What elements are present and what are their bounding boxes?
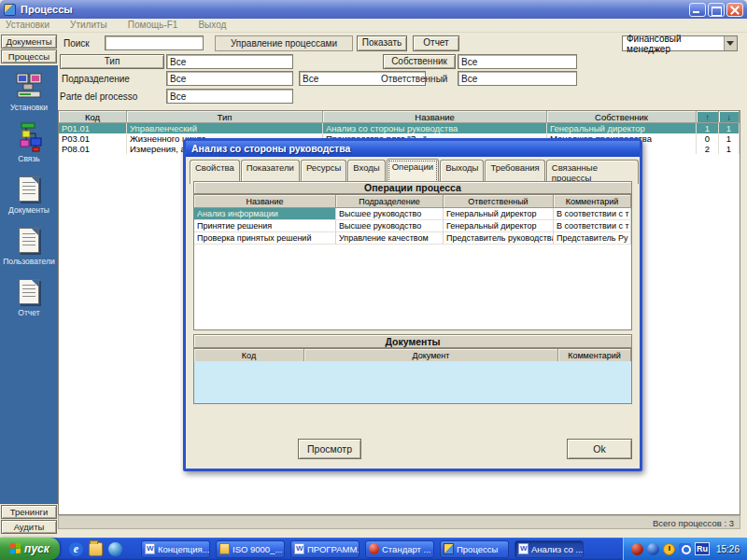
maximize-icon[interactable] — [708, 3, 725, 17]
responsible-input[interactable] — [458, 71, 577, 86]
sidebar-button-audits[interactable]: Аудиты — [1, 520, 57, 534]
ops-header-name[interactable]: Название — [194, 195, 336, 208]
messenger-icon[interactable] — [108, 542, 122, 556]
language-indicator[interactable]: Ru — [695, 542, 710, 555]
ops-header-department[interactable]: Подразделение — [336, 195, 444, 208]
operations-row[interactable]: Проверка принятых решений Управление кач… — [194, 232, 631, 245]
menu-help[interactable]: Помощь-F1 — [128, 20, 178, 31]
cell-type: Управленческий — [127, 123, 323, 133]
menu-ustanovki[interactable]: Установки — [6, 20, 49, 31]
window-title: Процессы — [21, 4, 687, 15]
sidebar-button-trainings[interactable]: Тренинги — [1, 505, 57, 519]
ops-cell-department: Высшее руководство — [336, 220, 444, 232]
start-button[interactable]: пуск — [0, 538, 60, 560]
taskbar-task-analiz[interactable]: Анализ со ... — [514, 540, 584, 558]
ops-cell-responsible: Представитель руководства — [444, 232, 554, 245]
sort-down-icon[interactable]: ↓ — [719, 111, 740, 123]
search-input[interactable] — [105, 35, 204, 50]
responsible-label: Ответственный — [381, 74, 447, 84]
tray-network-icon[interactable] — [647, 543, 659, 555]
type-filter-input[interactable] — [166, 54, 293, 69]
docs-header-code[interactable]: Код — [194, 349, 304, 362]
process-dialog: Анализ со стороны руководства Свойства П… — [183, 138, 642, 471]
process-table-header: Код Тип Название Собственник ↑ ↓ — [59, 111, 740, 123]
operations-row[interactable]: Принятие решения Высшее руководство Гене… — [194, 220, 631, 232]
report-button[interactable]: Отчет — [413, 35, 459, 51]
ops-cell-comment: В соответствии с т — [554, 208, 631, 220]
sort-up-icon[interactable]: ↑ — [697, 111, 719, 123]
close-icon[interactable] — [726, 3, 743, 17]
role-dropdown[interactable]: Финансовый менеджер — [622, 35, 738, 51]
sidebar-panel: Установки Связь Документы Пользователи — [0, 65, 58, 504]
ops-cell-name: Проверка принятых решений — [194, 232, 336, 245]
owner-filter-input[interactable] — [458, 54, 577, 69]
ops-cell-department: Высшее руководство — [336, 208, 444, 220]
sidebar-button-documents[interactable]: Документы — [1, 35, 57, 49]
app-window-icon — [4, 4, 16, 16]
internet-explorer-icon[interactable]: e — [69, 542, 83, 556]
sidebar-item-label: Пользователи — [3, 257, 54, 266]
ok-button[interactable]: Ok — [567, 439, 632, 459]
search-label: Поиск — [63, 38, 90, 49]
header-type[interactable]: Тип — [127, 111, 323, 123]
screen: Процессы Установки Утилиты Помощь-F1 Вых… — [0, 0, 747, 560]
chevron-down-icon[interactable] — [724, 36, 737, 50]
operations-table: Название Подразделение Ответственный Ком… — [193, 194, 632, 330]
ops-header-comment[interactable]: Комментарий — [554, 195, 631, 208]
operations-row[interactable]: Анализ информации Высшее руководство Ген… — [194, 208, 631, 220]
cell-down: 1 — [719, 133, 740, 144]
owner-filter-button[interactable]: Собственник — [383, 54, 456, 69]
tray-accessibility-icon[interactable] — [679, 543, 691, 555]
processes-app-icon — [444, 543, 454, 554]
parte-del-processo-input[interactable] — [166, 89, 293, 104]
department-label: Подразделение — [62, 74, 130, 84]
task-label: Концепция... — [158, 544, 210, 554]
documents-section-header: Документы — [193, 334, 632, 348]
docs-header-comment[interactable]: Комментарий — [558, 349, 631, 362]
tray-antivirus-icon[interactable] — [631, 543, 643, 555]
type-filter-button[interactable]: Тип — [60, 54, 164, 69]
header-owner[interactable]: Собственник — [547, 111, 697, 123]
ops-cell-responsible: Генеральный директор — [444, 220, 554, 232]
parte-del-processo-label: Parte del processo — [60, 91, 137, 102]
sidebar-item-report[interactable]: Отчет — [13, 276, 45, 317]
table-row[interactable]: P01.01 Управленческий Анализ со стороны … — [59, 123, 740, 133]
taskbar-task-iso9000[interactable]: ISO 9000_... — [216, 540, 285, 558]
documents-table: Код Документ Комментарий — [193, 348, 632, 361]
folder-icon[interactable] — [89, 542, 103, 556]
show-button[interactable]: Показать — [357, 35, 407, 51]
cell-owner: Генеральный директор — [547, 123, 697, 133]
document-icon — [13, 276, 45, 306]
task-label: Стандарт ... — [382, 544, 430, 554]
ops-header-responsible[interactable]: Ответственный — [444, 195, 554, 208]
header-code[interactable]: Код — [59, 111, 127, 123]
sidebar-item-documents[interactable]: Документы — [8, 174, 49, 215]
menubar: Установки Утилиты Помощь-F1 Выход — [0, 19, 747, 33]
word-doc-icon — [294, 543, 304, 554]
menu-utility[interactable]: Утилиты — [70, 20, 107, 31]
task-label: ПРОГРАММ... — [307, 544, 359, 554]
taskbar-task-programm[interactable]: ПРОГРАММ... — [290, 540, 359, 558]
minimize-icon[interactable] — [689, 3, 706, 17]
taskbar-task-processy[interactable]: Процессы — [440, 540, 509, 558]
window-titlebar: Процессы — [0, 0, 747, 19]
docs-header-document[interactable]: Документ — [304, 349, 558, 362]
department-input[interactable] — [166, 71, 293, 86]
sidebar-item-ustanovki[interactable]: Установки — [10, 71, 48, 112]
preview-button[interactable]: Просмотр — [298, 439, 361, 459]
tray-clock-icon[interactable] — [663, 543, 675, 555]
sidebar-item-users[interactable]: Пользователи — [3, 225, 54, 266]
header-name[interactable]: Название — [323, 111, 547, 123]
documents-table-header: Код Документ Комментарий — [194, 349, 631, 362]
quick-launch: e — [69, 542, 122, 556]
ops-cell-department: Управление качеством — [336, 232, 444, 245]
menu-exit[interactable]: Выход — [198, 20, 226, 31]
sidebar-button-processes[interactable]: Процессы — [1, 49, 57, 63]
tab-operacii[interactable]: Операции — [387, 159, 439, 184]
sidebar-item-svyaz[interactable]: Связь — [13, 122, 45, 163]
cell-down: 1 — [719, 144, 740, 154]
ops-cell-comment: В соответствии с т — [554, 220, 631, 232]
dialog-titlebar[interactable]: Анализ со стороны руководства — [186, 141, 640, 157]
taskbar-task-standart[interactable]: Стандарт ... — [365, 540, 434, 558]
taskbar-task-koncepciya[interactable]: Концепция... — [141, 540, 210, 558]
